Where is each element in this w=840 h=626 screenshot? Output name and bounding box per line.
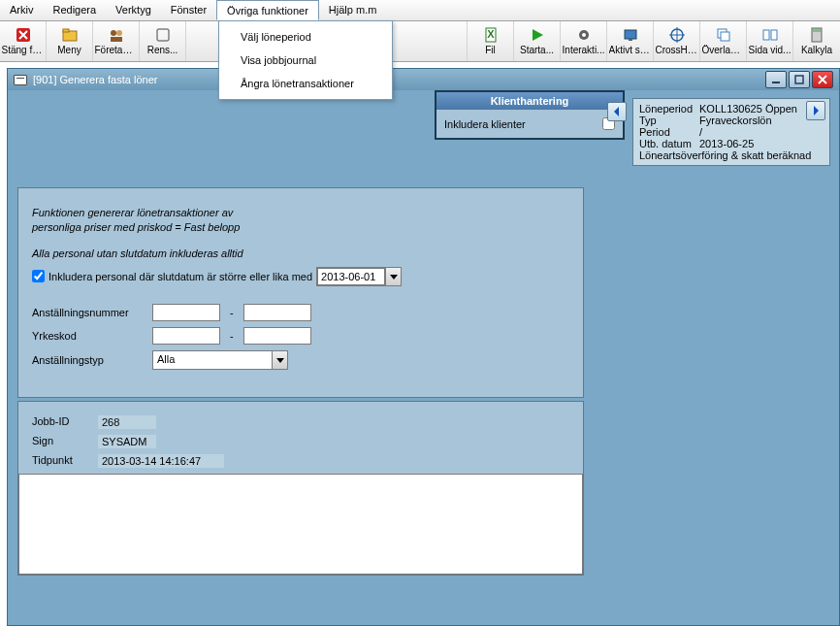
inkludera-personal-checkbox[interactable]	[32, 270, 45, 282]
next-period-button[interactable]	[806, 101, 825, 120]
toolbar-starta-button[interactable]: Starta...	[514, 21, 561, 61]
utbdatum-label: Utb. datum	[639, 138, 699, 149]
menu-ovriga-funktioner[interactable]: Övriga funktioner	[216, 0, 319, 20]
klienthantering-panel: Klienthantering Inkludera klienter	[435, 90, 625, 140]
toolbar-meny-button[interactable]: Meny	[47, 21, 93, 61]
cascade-windows-icon	[716, 27, 731, 43]
svg-rect-17	[771, 30, 777, 40]
typ-value: Fyraveckorslön	[699, 115, 824, 126]
svg-point-3	[111, 30, 116, 36]
toolbar-overlapp-label: Överlapp...	[702, 45, 745, 55]
maximize-button[interactable]	[789, 71, 810, 88]
toolbar-rens-button[interactable]: Rens...	[140, 21, 186, 61]
calculator-icon	[809, 27, 824, 43]
svg-rect-19	[813, 29, 821, 32]
jobbid-label: Jobb-ID	[32, 415, 98, 429]
play-icon	[530, 27, 545, 43]
toolbar-rens-label: Rens...	[147, 45, 178, 55]
svg-rect-21	[795, 76, 803, 83]
toolbar-fil-label: Fil	[485, 45, 496, 55]
minimize-button[interactable]	[765, 71, 787, 88]
inkludera-klienter-label: Inkludera klienter	[444, 118, 526, 130]
toolbar-aktivt-button[interactable]: Aktivt skr...	[607, 21, 654, 61]
dash: -	[224, 330, 240, 342]
screen-icon	[623, 27, 638, 43]
close-button[interactable]	[812, 71, 833, 88]
toolbar-starta-label: Starta...	[520, 45, 554, 55]
crosshair-icon	[669, 27, 685, 43]
menu-redigera[interactable]: Redigera	[43, 0, 106, 20]
toolbar-sida-label: Sida vid...	[749, 45, 792, 55]
close-x-icon	[16, 27, 31, 43]
toolbar-foretag-button[interactable]: Företag/...	[93, 21, 140, 61]
loneperiod-info-panel: LöneperiodKOLL130625 Öppen TypFyraveckor…	[632, 98, 830, 166]
date-dropdown-icon[interactable]	[385, 268, 401, 285]
menu-arkiv[interactable]: Arkiv	[0, 0, 43, 20]
toolbar: Stäng fö... Meny Företag/... Rens... X F…	[0, 21, 840, 62]
titlebar: [901] Generera fasta löner	[8, 69, 839, 90]
slutdatum-field[interactable]	[316, 267, 402, 286]
menu-folder-icon	[62, 27, 78, 43]
toolbar-kalkyla-label: Kalkyla	[801, 45, 832, 55]
menuitem-valj-loneperiod[interactable]: Välj löneperiod	[219, 25, 392, 49]
svg-rect-5	[111, 37, 122, 42]
log-textarea[interactable]	[18, 474, 583, 575]
content-area: Klienthantering Inkludera klienter Lönep…	[8, 90, 839, 625]
svg-rect-2	[63, 29, 69, 32]
status-text: Löneartsöverföring & skatt beräknad	[639, 149, 811, 161]
toolbar-foretag-label: Företag/...	[95, 45, 138, 55]
anstallningsnummer-from-input[interactable]	[152, 304, 220, 321]
toolbar-crosshair-button[interactable]: CrossHair	[654, 21, 700, 61]
svg-rect-16	[763, 30, 769, 40]
anstallningsnummer-to-input[interactable]	[243, 304, 311, 321]
loneperiod-value: KOLL130625 Öppen	[699, 103, 824, 115]
toolbar-stang-button[interactable]: Stäng fö...	[0, 21, 47, 61]
anstallningsnummer-label: Anställningsnummer	[32, 307, 148, 318]
anstallningstyp-select[interactable]: Alla	[152, 350, 288, 370]
toolbar-sida-button[interactable]: Sida vid...	[747, 21, 793, 61]
select-dropdown-icon[interactable]	[272, 351, 287, 369]
menuitem-angra-lonetransaktioner[interactable]: Ångra lönetransaktioner	[219, 72, 392, 95]
yrkeskod-to-input[interactable]	[243, 327, 311, 345]
jobbid-value: 268	[98, 415, 156, 429]
toolbar-stang-label: Stäng fö...	[2, 45, 45, 55]
parameters-panel: Funktionen genererar lönetransaktioner a…	[17, 187, 584, 398]
menu-hjalp[interactable]: Hjälp m.m	[319, 0, 387, 20]
menubar: Arkiv Redigera Verktyg Fönster Övriga fu…	[0, 0, 840, 21]
gear-icon	[576, 27, 592, 43]
excel-file-icon: X	[483, 27, 499, 43]
toolbar-fil-button[interactable]: X Fil	[468, 21, 514, 61]
sign-value: SYSADM	[98, 435, 156, 448]
anstallningstyp-label: Anställningstyp	[32, 354, 148, 366]
yrkeskod-label: Yrkeskod	[32, 330, 148, 342]
menu-fonster[interactable]: Fönster	[161, 0, 216, 20]
window-title: [901] Generera fasta löner	[33, 74, 157, 85]
tile-windows-icon	[762, 27, 778, 43]
dash: -	[224, 307, 240, 318]
anstallningstyp-value: Alla	[153, 351, 272, 367]
toolbar-kalkyla-button[interactable]: Kalkyla	[793, 21, 840, 61]
svg-rect-12	[629, 39, 632, 41]
tidpunkt-label: Tidpunkt	[32, 454, 98, 468]
prev-period-button[interactable]	[607, 102, 627, 121]
menu-verktyg[interactable]: Verktyg	[106, 0, 161, 20]
toolbar-overlapp-button[interactable]: Överlapp...	[700, 21, 747, 61]
inkludera-personal-label: Inkludera personal där slutdatum är stör…	[48, 271, 312, 282]
description-line2: personliga priser med priskod = Fast bel…	[32, 220, 569, 235]
inner-window: [901] Generera fasta löner Klienthanteri…	[7, 68, 840, 626]
loneperiod-label: Löneperiod	[639, 103, 699, 115]
klienthantering-header: Klienthantering	[436, 92, 623, 110]
svg-point-10	[582, 33, 586, 37]
toolbar-interakt-button[interactable]: Interakti...	[561, 21, 607, 61]
yrkeskod-from-input[interactable]	[152, 327, 220, 345]
company-icon	[109, 27, 124, 43]
toolbar-aktivt-label: Aktivt skr...	[609, 45, 652, 55]
svg-text:X: X	[487, 28, 495, 40]
dropdown-ovriga-funktioner: Välj löneperiod Visa jobbjournal Ångra l…	[218, 20, 393, 100]
menuitem-visa-jobbjournal[interactable]: Visa jobbjournal	[219, 49, 392, 72]
svg-rect-6	[157, 29, 169, 41]
svg-rect-20	[772, 82, 780, 83]
svg-rect-15	[721, 32, 729, 41]
slutdatum-input[interactable]	[317, 268, 385, 285]
period-value: /	[699, 126, 824, 138]
